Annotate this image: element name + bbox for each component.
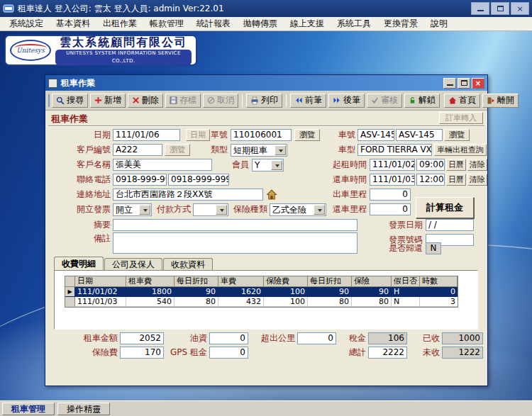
minimize-button[interactable] bbox=[471, 2, 489, 15]
return-calendar-button[interactable]: 日曆 bbox=[446, 174, 466, 186]
unlock-button[interactable]: 解鎖 bbox=[404, 94, 440, 108]
unlock-button-label: 解鎖 bbox=[419, 94, 436, 106]
date-input[interactable]: 111/01/06 bbox=[113, 129, 180, 141]
menu-online-support[interactable]: 線上支援 bbox=[284, 17, 331, 30]
child-restore-button[interactable] bbox=[458, 78, 470, 89]
order-no-input[interactable]: 110106001 bbox=[231, 129, 292, 141]
delete-button[interactable]: 刪除 bbox=[128, 94, 163, 108]
payment-dropdown[interactable] bbox=[193, 203, 228, 216]
summary-input[interactable] bbox=[113, 219, 358, 231]
grid-indicator-header bbox=[65, 276, 75, 287]
return-time-input[interactable]: 12:00 bbox=[416, 174, 445, 186]
model-input[interactable]: FORD TIERRA VX bbox=[358, 144, 432, 156]
phone-input-1[interactable]: 0918-999-999 bbox=[113, 174, 167, 186]
operation-wizard-button[interactable]: 操作精靈 bbox=[57, 403, 110, 415]
vehicle-rental-query-button[interactable]: 車輛出租查詢 bbox=[434, 144, 487, 156]
home-button-label: 首頁 bbox=[459, 94, 476, 106]
delete-button-label: 刪除 bbox=[142, 94, 159, 106]
search-button[interactable]: 搜尋 bbox=[52, 94, 88, 108]
insurance-fee-input[interactable]: 170 bbox=[120, 347, 164, 359]
add-button-label: 新增 bbox=[104, 94, 121, 106]
cell-daily-discount-1: 80 bbox=[174, 297, 218, 307]
exit-door-icon bbox=[487, 96, 495, 105]
menu-system-settings[interactable]: 系統設定 bbox=[3, 17, 50, 30]
child-minimize-button[interactable] bbox=[443, 78, 456, 89]
menu-accounts[interactable]: 帳款管理 bbox=[143, 17, 190, 30]
rent-amount-input[interactable]: 2052 bbox=[120, 332, 164, 344]
tab-receipt-data[interactable]: 收款資料 bbox=[163, 258, 213, 270]
customer-browse-button[interactable]: 瀏覽 bbox=[165, 144, 190, 156]
company-name: 雲太系統顧問有限公司 bbox=[55, 36, 192, 49]
maximize-button[interactable] bbox=[491, 2, 509, 15]
print-button[interactable]: 列印 bbox=[246, 94, 282, 108]
cell-hours: 3 bbox=[420, 297, 458, 307]
address-home-icon[interactable] bbox=[266, 189, 277, 200]
menu-help[interactable]: 說明 bbox=[424, 17, 454, 30]
start-time-label: 起租時間 bbox=[331, 159, 367, 171]
car-no-input-2[interactable]: ASV-145 bbox=[396, 129, 443, 141]
memo-textarea[interactable] bbox=[113, 232, 358, 254]
menu-system-tools[interactable]: 系統工具 bbox=[331, 17, 377, 30]
grid-row[interactable]: 111/01/03 540 80 432 100 80 80 N 3 bbox=[65, 297, 458, 307]
type-label: 類型 bbox=[205, 144, 228, 156]
customer-id-input[interactable]: A222 bbox=[113, 144, 162, 156]
car-browse-button[interactable]: 瀏覽 bbox=[444, 129, 470, 141]
exit-button[interactable]: 離開 bbox=[482, 94, 519, 108]
calculate-rent-button[interactable]: 計算租金 bbox=[416, 197, 474, 218]
grid-row-selected[interactable]: ▶ 111/01/02 1800 90 1620 100 90 90 H 0 bbox=[65, 287, 458, 297]
order-browse-button[interactable]: 瀏覽 bbox=[294, 129, 320, 141]
return-mileage-input[interactable]: 0 bbox=[370, 203, 411, 215]
add-button[interactable]: 新增 bbox=[90, 94, 126, 108]
menu-vouchers[interactable]: 拋轉傳票 bbox=[237, 17, 284, 30]
col-daily-discount-1: 每日折扣 bbox=[174, 276, 218, 287]
cancel-button[interactable]: 取消 bbox=[203, 94, 238, 108]
tax-label: 稅金 bbox=[342, 332, 366, 344]
order-import-button[interactable]: 訂車轉入 bbox=[439, 112, 483, 124]
address-input[interactable]: 台北市西園路路２段XX號 bbox=[113, 189, 263, 201]
fuel-input[interactable]: 0 bbox=[209, 332, 248, 344]
start-date-input[interactable]: 111/01/02 bbox=[370, 159, 415, 171]
print-button-label: 列印 bbox=[261, 94, 278, 106]
out-mileage-input[interactable]: 0 bbox=[370, 189, 411, 201]
child-close-button[interactable]: × bbox=[472, 78, 484, 89]
start-time-input[interactable]: 09:00 bbox=[416, 159, 445, 171]
toolbar-search-input[interactable] bbox=[48, 94, 50, 107]
invoice-issue-dropdown[interactable]: 開立 bbox=[113, 203, 152, 216]
home-button[interactable]: 首頁 bbox=[444, 94, 480, 108]
start-calendar-button[interactable]: 日曆 bbox=[446, 159, 466, 171]
col-insurance: 保險 bbox=[352, 276, 392, 287]
cell-insurance: 80 bbox=[352, 297, 392, 307]
previous-record-button[interactable]: 前筆 bbox=[290, 94, 326, 108]
return-date-input[interactable]: 111/01/03 bbox=[370, 174, 415, 186]
menu-reports[interactable]: 統計報表 bbox=[190, 17, 237, 30]
gps-rent-input[interactable]: 0 bbox=[209, 347, 248, 359]
close-button[interactable]: × bbox=[511, 2, 529, 15]
close-icon: × bbox=[475, 79, 481, 87]
invoice-date-input[interactable]: / / bbox=[426, 219, 474, 231]
return-clear-button[interactable]: 清除 bbox=[467, 174, 487, 186]
menu-change-background[interactable]: 更換背景 bbox=[377, 17, 424, 30]
type-dropdown[interactable]: 短期租車 bbox=[231, 144, 287, 157]
search-icon bbox=[56, 96, 65, 105]
next-record-button[interactable]: 後筆 bbox=[328, 94, 365, 108]
audit-button[interactable]: 審核 bbox=[367, 94, 402, 108]
phone-input-2[interactable]: 0918-999-999 bbox=[168, 174, 229, 186]
invoice-issue-label: 開立發票 bbox=[60, 203, 111, 215]
phone-label: 聯絡電話 bbox=[60, 174, 111, 186]
menu-rental-ops[interactable]: 出租作業 bbox=[96, 17, 143, 30]
insurance-type-dropdown[interactable]: 乙式全險 bbox=[270, 203, 326, 216]
date-label: 日期 bbox=[74, 129, 111, 141]
over-km-input[interactable]: 0 bbox=[297, 332, 336, 344]
menu-basic-data[interactable]: 基本資料 bbox=[50, 17, 96, 30]
customer-name-input[interactable]: 張美美 bbox=[113, 159, 212, 171]
car-no-input-1[interactable]: ASV-145 bbox=[358, 129, 394, 141]
returned-label: 是否歸還 bbox=[386, 242, 423, 254]
member-dropdown[interactable]: Y bbox=[252, 159, 284, 172]
window-controls: × bbox=[471, 2, 529, 15]
tab-company-guarantor[interactable]: 公司及保人 bbox=[104, 258, 162, 270]
toolbar: 搜尋 新增 刪除 存檔 取消 bbox=[45, 91, 487, 111]
save-button[interactable]: 存檔 bbox=[165, 94, 201, 108]
rental-management-button[interactable]: 租車管理 bbox=[2, 403, 55, 415]
start-clear-button[interactable]: 清除 bbox=[467, 159, 487, 171]
tab-charge-detail[interactable]: 收費明細 bbox=[54, 257, 104, 270]
